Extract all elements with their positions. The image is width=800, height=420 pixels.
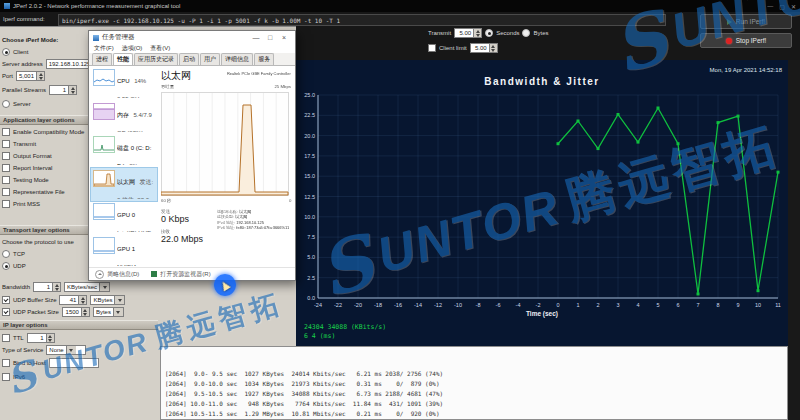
udp-packet-unit-dropdown[interactable]: Bytes	[93, 307, 124, 317]
svg-text:0: 0	[556, 302, 559, 308]
ethernet-throughput-graph	[161, 92, 289, 196]
spinner-arrows-icon[interactable]	[68, 86, 76, 94]
taskmgr-titlebar[interactable]: 任务管理器 — □ ×	[89, 31, 295, 44]
sidebar-item-gpu1[interactable]: GPU 1 NVIDIA GeForce 940M 0%	[91, 235, 157, 268]
spinner-arrows-icon[interactable]	[36, 72, 44, 80]
tos-dropdown[interactable]: None	[46, 345, 86, 355]
open-resource-monitor-link[interactable]: 打开资源监视器(R)	[151, 270, 210, 279]
parallel-streams-spinner[interactable]: 1	[49, 85, 77, 95]
client-limit-spinner[interactable]: 5.00	[470, 43, 498, 53]
sidebar-item-disk[interactable]: 磁盘 0 (C: D: E:) 0%	[91, 134, 157, 167]
menu-options[interactable]: 选项(O)	[122, 44, 143, 53]
close-icon[interactable]: ✕	[791, 3, 796, 10]
checkbox-icon[interactable]	[2, 164, 10, 172]
server-radio[interactable]	[2, 100, 10, 108]
spinner-arrows-icon[interactable]	[489, 44, 497, 52]
bind-host-checkbox[interactable]	[2, 359, 10, 367]
fewer-details-toggle[interactable]: 简略信息(D)	[95, 270, 139, 279]
application-option-row[interactable]: Report Interval	[2, 163, 52, 173]
sidebar-item-cpu[interactable]: CPU 14% 0.55 GHz	[91, 67, 157, 100]
run-iperf-button[interactable]: Run IPerf!	[700, 14, 792, 29]
udp-row[interactable]: UDP	[2, 261, 26, 271]
application-option-row[interactable]: Testing Mode	[2, 175, 49, 185]
spinner-arrows-icon[interactable]	[473, 29, 481, 37]
console-line: [2064] 9.0- 9.5 sec 1027 KBytes 24014 Kb…	[165, 369, 783, 379]
taskmgr-maximize-icon[interactable]: □	[263, 34, 277, 41]
ttl-checkbox[interactable]	[2, 334, 10, 342]
checkbox-icon[interactable]	[2, 176, 10, 184]
spinner-arrows-icon[interactable]	[81, 308, 89, 316]
gpu0-thumbnail-graph	[93, 203, 115, 220]
port-label: Port	[2, 73, 13, 79]
port-spinner[interactable]: 5,001	[16, 71, 45, 81]
maximize-icon[interactable]: ▢	[779, 3, 785, 10]
svg-text:-12: -12	[434, 302, 442, 308]
svg-text:-4: -4	[516, 302, 521, 308]
udp-bandwidth-unit-dropdown[interactable]: KBytes/sec	[64, 282, 110, 292]
menu-file[interactable]: 文件(F)	[94, 44, 114, 53]
transmit-label: Transmit	[428, 30, 451, 36]
udp-buffer-spinner[interactable]: 41	[59, 295, 87, 305]
application-option-row[interactable]: Enable Compatibility Mode	[2, 127, 84, 137]
bytes-radio[interactable]	[522, 29, 530, 37]
sidebar-item-memory[interactable]: 内存 5.4/7.9 GB (68%)	[91, 101, 157, 134]
udp-buffer-unit-dropdown[interactable]: KBytes	[90, 295, 125, 305]
svg-text:5: 5	[656, 302, 659, 308]
client-mode-row[interactable]: Client	[2, 47, 28, 57]
chevron-down-icon	[114, 296, 124, 304]
chevron-down-icon	[99, 283, 109, 291]
checkbox-icon[interactable]	[2, 140, 10, 148]
spinner-arrows-icon[interactable]	[52, 283, 60, 291]
server-mode-row[interactable]: Server	[2, 99, 31, 109]
tcp-row[interactable]: TCP	[2, 249, 25, 259]
seconds-radio[interactable]	[485, 29, 493, 37]
tab-services[interactable]: 服务	[254, 53, 274, 65]
bind-host-input[interactable]	[49, 358, 99, 368]
menu-view[interactable]: 查看(V)	[150, 44, 170, 53]
checkbox-icon[interactable]	[2, 152, 10, 160]
tab-processes[interactable]: 进程	[92, 53, 112, 65]
spinner-arrows-icon[interactable]	[46, 334, 54, 342]
tab-details[interactable]: 详细信息	[221, 53, 253, 65]
spinner-arrows-icon[interactable]	[78, 296, 86, 304]
throughput-label: 吞吐量	[161, 84, 174, 90]
udp-packet-checkbox[interactable]	[2, 308, 10, 316]
jperf-window: JPerf 2.0.2 - Network performance measur…	[0, 0, 800, 420]
checkbox-icon[interactable]	[2, 200, 10, 208]
cursor-arrow-icon	[219, 279, 231, 291]
udp-bandwidth-spinner[interactable]: 1	[33, 282, 61, 292]
application-option-row[interactable]: Output Format	[2, 151, 52, 161]
svg-text:2.5: 2.5	[307, 275, 315, 281]
stop-iperf-button[interactable]: Stop IPerf!	[700, 33, 792, 48]
output-console[interactable]: [2064] 9.0- 9.5 sec 1027 KBytes 24014 Kb…	[160, 346, 788, 420]
minimize-icon[interactable]: —	[767, 3, 773, 10]
taskmgr-minimize-icon[interactable]: —	[249, 34, 263, 41]
ttl-spinner[interactable]: 1	[27, 333, 55, 343]
graph-axis-right: 0	[289, 198, 291, 202]
application-option-row[interactable]: Representative File	[2, 187, 65, 197]
udp-packet-row: UDP Packet Size 1500 Bytes	[2, 307, 124, 317]
tab-users[interactable]: 用户	[200, 53, 220, 65]
transmit-spinner[interactable]: 5.00	[454, 28, 482, 38]
tab-performance[interactable]: 性能	[113, 53, 133, 65]
parallel-streams-label: Parallel Streams	[2, 87, 46, 93]
taskmgr-close-icon[interactable]: ×	[277, 34, 291, 41]
checkbox-icon[interactable]	[2, 188, 10, 196]
sidebar-item-gpu0[interactable]: GPU 0 Intel(R) UHD Graphics 0%	[91, 201, 157, 234]
sidebar-item-ethernet[interactable]: 以太网 发送: 0 接收: 22.0 Mbps	[91, 168, 157, 201]
tcp-radio[interactable]	[2, 250, 10, 258]
application-option-row[interactable]: Print MSS	[2, 199, 40, 209]
checkbox-icon[interactable]	[2, 128, 10, 136]
udp-packet-spinner[interactable]: 1500	[62, 307, 90, 317]
client-radio[interactable]	[2, 48, 10, 56]
seconds-label: Seconds	[496, 30, 519, 36]
tab-startup[interactable]: 启动	[179, 53, 199, 65]
resource-monitor-icon	[151, 271, 157, 277]
tab-app-history[interactable]: 应用历史记录	[134, 53, 178, 65]
application-option-row[interactable]: Transmit	[2, 139, 36, 149]
udp-radio[interactable]	[2, 262, 10, 270]
iperf-command-input[interactable]	[58, 14, 666, 26]
client-limit-checkbox[interactable]	[428, 44, 436, 52]
udp-buffer-checkbox[interactable]	[2, 296, 10, 304]
ipv6-checkbox[interactable]	[2, 373, 10, 381]
